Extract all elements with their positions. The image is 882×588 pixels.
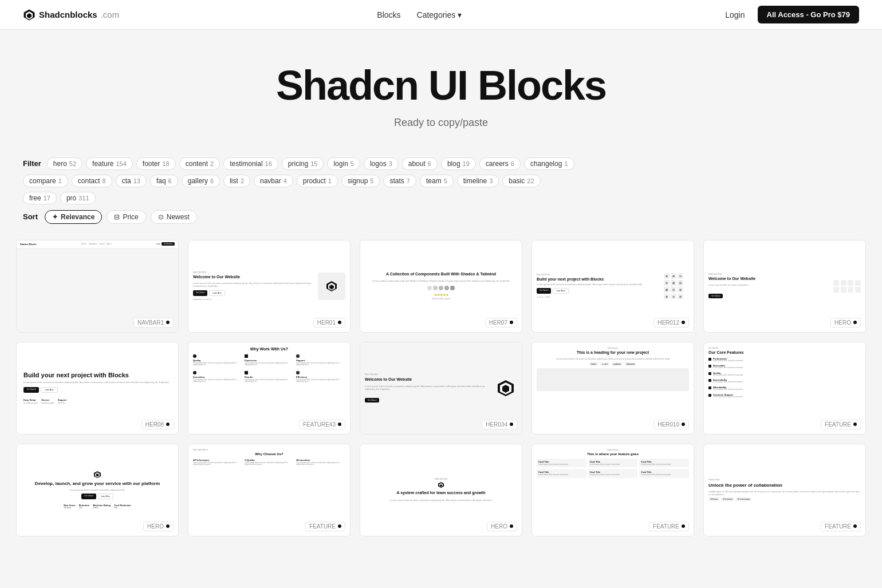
block-card-her01[interactable]: HERO SECTION Welcome to Our Website Lore… [188,240,351,333]
filter-feature[interactable]: feature 154 [86,157,133,170]
filter-timeline[interactable]: timeline 3 [457,175,499,187]
price-icon: ⊟ [114,213,120,221]
filter-contact[interactable]: contact 8 [72,175,112,187]
filter-row: Filter hero 52 feature 154 footer 18 con… [23,157,859,170]
sort-relevance[interactable]: ✦ Relevance [45,210,102,224]
nav-categories[interactable]: Categories ▾ [417,10,462,19]
filter-gallery[interactable]: gallery 6 [182,175,220,187]
unlock-title: Unlock the power of collaboration [708,483,782,488]
block-label-system: HERO [487,522,517,531]
filter-pro[interactable]: pro 311 [60,192,96,204]
block-label-feature-where: FEATURE [649,522,689,531]
filter-product[interactable]: product 1 [297,175,338,187]
collection-sub: These crafted components built with Shad… [372,279,510,282]
preview-links: BlocksCategoriesPricingAbout [81,243,111,245]
hero-section: Shadcn UI Blocks Ready to copy/paste [0,30,882,146]
block-card-develop[interactable]: Develop, launch, and grow your service w… [16,444,179,536]
filter-content[interactable]: content 2 [179,157,220,170]
block-label-develop: HERO [143,522,174,531]
feature-right-title: Our Core Features [708,350,861,354]
block-card-navbar1[interactable]: Shadcn Blocks BlocksCategoriesPricingAbo… [16,240,179,333]
hero01-title: Welcome to Our Website [193,275,313,279]
block-card-her034[interactable]: Hero Section Welcome to Our Website Lore… [360,342,522,435]
hero08-sub: Lorem ipsum dolor sit amet consectetur a… [23,381,170,384]
sort-label: Sort [23,212,38,221]
block-card-her08[interactable]: Build your next project with Blocks Lore… [16,342,179,435]
block-card-system[interactable]: HERO SECTION A system crafted for team s… [360,444,522,536]
filter-changelog[interactable]: changelog 1 [524,157,574,170]
block-label-her012: HER012 [653,318,689,327]
filter-basic[interactable]: basic 22 [502,175,540,187]
block-card-her07[interactable]: A Collection of Components Built With Sh… [360,240,522,333]
filter-careers[interactable]: careers 6 [479,157,521,170]
filter-blog[interactable]: blog 19 [441,157,476,170]
filter-hero[interactable]: hero 52 [47,157,82,170]
blocks-grid: Shadcn Blocks BlocksCategoriesPricingAbo… [0,230,882,553]
preview-brand: Shadcn Blocks [20,243,37,246]
block-card-hero-partial[interactable]: HERO SECTION Welcome to Our Website Lore… [703,240,866,333]
block-card-feature43[interactable]: Why Work With Us? QualityLorem ipsum dol… [188,342,351,435]
nav-blocks[interactable]: Blocks [377,10,400,19]
block-card-feature-where[interactable]: Shadcn Blocks This is where your feature… [531,444,694,536]
pro-button[interactable]: All Access - Go Pro $79 [758,6,859,23]
block-label-her07: HER07 [485,318,517,327]
block-card-her010[interactable]: Build Section This is a heading for your… [531,342,694,435]
hero01-sub: Lorem ipsum dolor sit amet consectetur a… [193,282,313,287]
filter-navbar[interactable]: navbar 4 [254,175,293,187]
filter-about[interactable]: about 6 [402,157,438,170]
filter-team[interactable]: team 5 [420,175,454,187]
filter-testimonial[interactable]: testimonial 16 [223,157,278,170]
sort-price[interactable]: ⊟ Price [107,210,145,224]
hero010-title: This is a heading for your new project [537,350,689,355]
hero-title: Shadcn UI Blocks [11,64,871,108]
block-card-feature-right[interactable]: Our Features Our Core Features Performan… [703,342,866,435]
filter-row-2: compare 1 contact 8 cta 13 faq 6 gallery… [23,175,859,187]
unlock-sub: Collaboration is the true ultimate platf… [708,490,861,496]
hero012-title: Build your next project with Blocks [537,277,659,281]
sort-row: Sort ✦ Relevance ⊟ Price ⊙ Newest [23,210,859,224]
brand-suffix: .com [101,10,120,19]
login-button[interactable]: Login [719,7,750,23]
block-label-unlock: FEATURE [821,522,861,531]
feature43-title: Why Work With Us? [193,347,345,351]
filter-compare[interactable]: compare 1 [23,175,68,187]
develop-title: Develop, launch, and grow your service w… [35,481,160,486]
brand-name: Shadcnblocks [39,10,97,19]
sort-newest[interactable]: ⊙ Newest [151,210,197,224]
filter-signup[interactable]: signup 5 [341,175,380,187]
block-label-her010: HER010 [653,420,689,429]
filter-stats[interactable]: stats 7 [383,175,416,187]
block-label-her08: HER08 [141,420,174,429]
hero-subtitle: Ready to copy/paste [11,117,871,129]
filter-footer[interactable]: footer 18 [136,157,176,170]
collection-title: A Collection of Components Built With Sh… [386,272,496,277]
block-card-why-choose[interactable]: WHY CHOOSE US Why Choose Us? ⊕ Performan… [188,444,351,536]
block-label-feature-right: FEATURE [821,420,861,429]
block-label-hero-partial: HERO [830,318,861,327]
filter-logos[interactable]: logos 3 [364,157,399,170]
filter-row-3: free 17 pro 311 [23,192,859,204]
block-label-feature43: FEATURE43 [299,420,345,429]
nav-actions: Login All Access - Go Pro $79 [719,6,859,23]
filter-cta[interactable]: cta 13 [116,175,147,187]
relevance-icon: ✦ [52,213,58,221]
block-label-why-choose: FEATURE [305,522,345,531]
navbar: Shadcnblocks .com Blocks Categories ▾ Lo… [0,0,882,30]
filters-section: Filter hero 52 feature 154 footer 18 con… [0,146,882,230]
filter-pricing[interactable]: pricing 15 [282,157,324,170]
hero010-sub: Lorem ipsum dolor sit amet consectetur a… [537,357,689,360]
block-card-unlock[interactable]: Shadcn Blocks Unlock the power of collab… [703,444,866,536]
system-title: A system crafted for team success and gr… [397,491,486,495]
block-label-navbar1: NAVBAR1 [133,318,174,327]
filter-login[interactable]: login 5 [327,157,360,170]
filter-label: Filter [23,159,41,168]
hero034-title: Welcome to Our Website [365,377,490,382]
filter-free[interactable]: free 17 [23,192,57,204]
logo-icon [23,9,36,21]
brand[interactable]: Shadcnblocks .com [23,9,119,21]
nav-links: Blocks Categories ▾ [377,10,462,19]
filter-faq[interactable]: faq 6 [150,175,178,187]
block-card-her012[interactable]: BUILD SECTION Build your next project wi… [531,240,694,333]
newest-icon: ⊙ [158,213,164,221]
filter-list[interactable]: list 2 [223,175,250,187]
